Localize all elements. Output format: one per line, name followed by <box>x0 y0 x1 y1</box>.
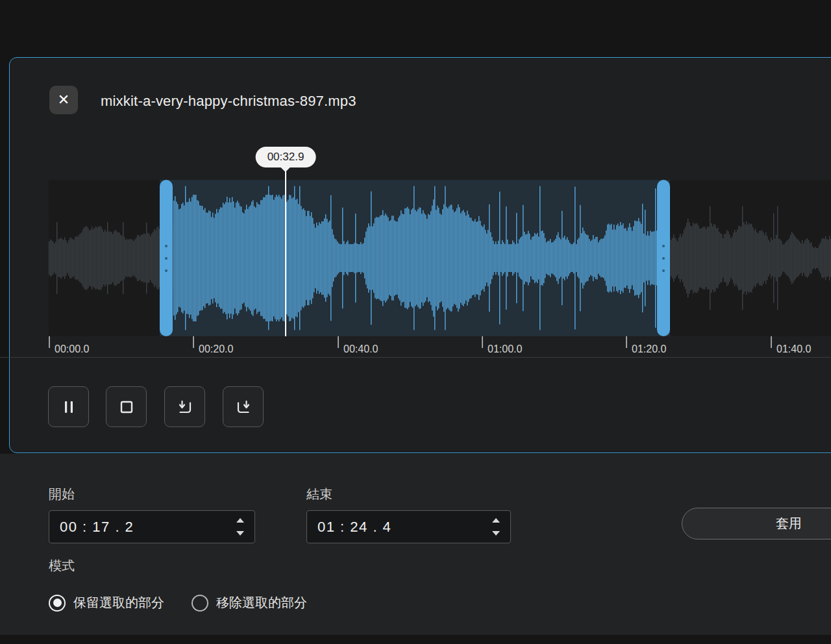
set-start-icon <box>176 398 194 416</box>
waveform-area[interactable] <box>49 180 831 336</box>
handle-grip-dot <box>662 269 665 272</box>
selection-start-handle[interactable] <box>160 180 173 336</box>
handle-grip-dot <box>662 245 665 247</box>
set-end-button[interactable] <box>223 386 264 427</box>
ruler-label: 01:20.0 <box>632 343 666 355</box>
selection-end-handle[interactable] <box>657 180 670 336</box>
timeline-ruler: 00:00.0 00:20.0 00:40.0 01:00.0 01:20.0 … <box>0 336 831 358</box>
playhead-line[interactable] <box>285 171 286 336</box>
start-label: 開始 <box>49 486 75 503</box>
set-end-icon <box>234 398 253 416</box>
mode-remove-selection[interactable]: 移除選取的部分 <box>192 594 307 612</box>
dialog-title: mixkit-a-very-happy-christmas-897.mp3 <box>101 93 356 110</box>
ruler-label: 00:00.0 <box>55 343 89 355</box>
close-button[interactable]: ✕ <box>49 86 78 114</box>
stop-button[interactable] <box>106 386 147 427</box>
end-label: 結束 <box>306 486 332 503</box>
ruler-label: 01:40.0 <box>776 343 811 355</box>
handle-grip-dot <box>165 269 167 272</box>
pause-button[interactable] <box>48 386 89 427</box>
set-start-button[interactable] <box>164 386 205 427</box>
ruler-label: 01:00.0 <box>488 343 522 355</box>
ruler-label: 00:20.0 <box>199 343 233 355</box>
mode-label: 模式 <box>49 557 75 575</box>
start-stepper <box>236 511 245 543</box>
end-step-up-icon[interactable] <box>492 518 500 523</box>
handle-grip-dot <box>165 245 167 247</box>
end-time-input[interactable] <box>307 511 510 543</box>
radio-selected-icon <box>49 595 66 612</box>
mode-keep-selection[interactable]: 保留選取的部分 <box>49 594 164 612</box>
mode-keep-label: 保留選取的部分 <box>73 594 164 612</box>
start-time-field-wrap <box>49 510 255 543</box>
end-step-down-icon[interactable] <box>492 531 500 536</box>
start-step-up-icon[interactable] <box>236 518 244 523</box>
apply-button[interactable]: 套用 <box>682 508 831 539</box>
ruler-label: 00:40.0 <box>343 343 378 355</box>
start-time-input[interactable] <box>49 511 254 543</box>
end-time-field-wrap <box>306 510 511 543</box>
start-step-down-icon[interactable] <box>236 531 244 536</box>
pause-icon <box>60 398 78 416</box>
close-icon: ✕ <box>58 93 69 107</box>
stop-icon <box>118 398 136 416</box>
handle-grip-dot <box>165 257 167 260</box>
handle-grip-dot <box>662 257 665 260</box>
radio-unselected-icon <box>192 595 208 612</box>
mode-options: 保留選取的部分 移除選取的部分 <box>49 594 324 612</box>
end-stepper <box>492 511 501 543</box>
mode-remove-label: 移除選取的部分 <box>216 594 307 612</box>
playhead-time-bubble: 00:32.9 <box>256 147 316 167</box>
